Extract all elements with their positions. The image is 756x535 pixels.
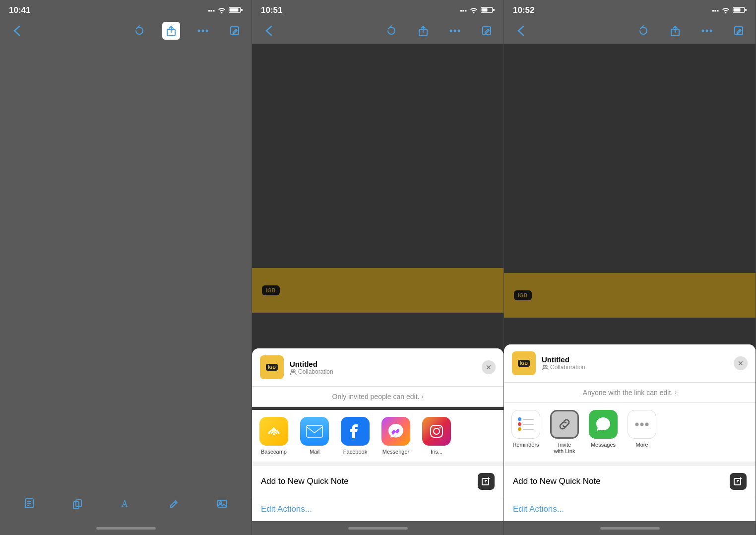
reminders-label: Reminders	[512, 442, 539, 448]
basecamp-label: Basecamp	[261, 449, 287, 455]
share-sheet-inner-3: iGB Untitled Collaboration ✕	[504, 344, 756, 521]
compose-icon-2[interactable]	[478, 22, 496, 40]
back-icon-2[interactable]	[260, 22, 278, 40]
more-icon-2[interactable]	[446, 22, 464, 40]
svg-point-5	[202, 30, 204, 32]
wifi-icon-2	[469, 6, 478, 15]
share-doc-thumb-2: iGB	[260, 355, 284, 379]
basecamp-icon	[259, 417, 288, 446]
home-bar-1	[96, 527, 156, 530]
bottom-toolbar-1: A	[0, 487, 252, 521]
more-icon-1[interactable]	[194, 22, 212, 40]
refresh-icon-2[interactable]	[382, 22, 400, 40]
collab-app-more[interactable]: More	[625, 410, 659, 455]
share-sheet-2: iGB Untitled Collaboration ✕	[252, 44, 504, 521]
collab-app-messages[interactable]: Messages	[586, 410, 620, 455]
home-indicator-1	[0, 521, 252, 535]
permission-text-2: Only invited people can edit.	[332, 393, 420, 401]
home-indicator-3	[504, 521, 756, 535]
svg-rect-26	[307, 425, 322, 437]
collab-app-reminders[interactable]: Reminders	[509, 410, 543, 455]
share-icon-3[interactable]	[666, 22, 684, 40]
svg-point-36	[706, 30, 708, 32]
content-area-3: iGB iGB Untitled Collaboration	[504, 44, 756, 521]
home-indicator-2	[252, 521, 504, 535]
messages-label: Messages	[591, 442, 616, 448]
nav-center-1	[130, 22, 244, 40]
back-icon-3[interactable]	[512, 22, 530, 40]
invite-link-label: Invitewith Link	[554, 442, 575, 455]
gallery-icon[interactable]	[212, 493, 232, 513]
action-quick-note-icon-3	[730, 473, 747, 490]
close-button-3[interactable]: ✕	[734, 356, 748, 370]
share-icon-1-highlighted[interactable]	[162, 22, 180, 40]
permission-text-3: Anyone with the link can edit.	[583, 389, 673, 397]
apps-row-2: Basecamp Mail Facebook	[252, 410, 504, 462]
facebook-icon	[341, 417, 370, 446]
app-instagram[interactable]: Ins...	[420, 417, 453, 455]
font-icon[interactable]: A	[116, 493, 135, 513]
chevron-icon-2: ›	[421, 393, 423, 400]
messenger-icon	[381, 417, 410, 446]
share-doc-title-3: Untitled	[542, 355, 585, 364]
markup-icon[interactable]	[164, 493, 184, 513]
svg-point-41	[635, 422, 639, 426]
svg-rect-32	[734, 8, 741, 11]
svg-point-4	[198, 30, 200, 32]
home-bar-3	[600, 527, 660, 530]
share-doc-info-2: Untitled Collaboration	[290, 360, 333, 375]
refresh-icon-1[interactable]	[130, 22, 148, 40]
svg-point-25	[273, 433, 275, 435]
svg-rect-27	[431, 425, 442, 437]
battery-icon-3	[733, 6, 747, 15]
action-quick-note-label-2: Add to New Quick Note	[261, 476, 349, 486]
share-header-left-3: iGB Untitled Collaboration	[512, 351, 585, 375]
note-icon[interactable]	[19, 493, 39, 513]
signal-icon-3: ▪▪▪	[712, 7, 719, 14]
signal-icon: ▪▪▪	[208, 7, 215, 14]
compose-icon-3[interactable]	[730, 22, 748, 40]
more-icon-3[interactable]	[698, 22, 716, 40]
svg-point-29	[440, 427, 441, 429]
copy-icon[interactable]	[67, 493, 87, 513]
status-bar-1: 10:41 ▪▪▪	[0, 0, 252, 18]
permission-row-2[interactable]: Only invited people can edit. ›	[252, 387, 504, 407]
refresh-icon-3[interactable]	[634, 22, 652, 40]
edit-actions-button-3[interactable]: Edit Actions...	[504, 497, 756, 521]
svg-text:A: A	[122, 499, 128, 509]
share-doc-thumb-3: iGB	[512, 351, 536, 375]
action-quick-note-3[interactable]: Add to New Quick Note	[504, 466, 756, 497]
messenger-label: Messenger	[382, 449, 409, 455]
back-icon-1[interactable]	[8, 22, 26, 40]
share-header-3: iGB Untitled Collaboration ✕	[504, 344, 756, 383]
share-doc-info-3: Untitled Collaboration	[542, 355, 585, 371]
close-button-2[interactable]: ✕	[482, 360, 496, 374]
edit-actions-button-2[interactable]: Edit Actions...	[252, 497, 504, 521]
app-mail[interactable]: Mail	[298, 417, 331, 455]
collab-app-invite-link[interactable]: Invitewith Link	[548, 410, 581, 455]
share-doc-subtitle-3: Collaboration	[550, 364, 585, 371]
more-label: More	[635, 442, 648, 448]
permission-row-3[interactable]: Anyone with the link can edit. ›	[504, 383, 756, 403]
app-basecamp[interactable]: Basecamp	[257, 417, 291, 455]
svg-point-37	[710, 30, 712, 32]
status-icons-2: ▪▪▪	[460, 6, 495, 15]
actions-list-3: Add to New Quick Note Edit Actions...	[504, 466, 756, 521]
igb-badge-3: iGB	[518, 360, 530, 367]
reminders-icon	[511, 410, 540, 439]
compose-icon-1[interactable]	[226, 22, 244, 40]
invite-link-icon	[550, 410, 579, 439]
status-time-1: 10:41	[9, 5, 30, 15]
app-messenger[interactable]: Messenger	[379, 417, 413, 455]
nav-bar-3	[504, 18, 756, 44]
panel-2: 10:51 ▪▪▪	[252, 0, 504, 535]
status-bar-2: 10:51 ▪▪▪	[252, 0, 504, 18]
app-facebook[interactable]: Facebook	[338, 417, 372, 455]
share-sheet-3: iGB Untitled Collaboration ✕	[504, 44, 756, 521]
instagram-icon	[422, 417, 451, 446]
action-quick-note-2[interactable]: Add to New Quick Note	[252, 466, 504, 497]
share-icon-2[interactable]	[414, 22, 432, 40]
share-header-left-2: iGB Untitled Collaboration	[260, 355, 333, 379]
svg-rect-16	[493, 9, 495, 11]
home-bar-2	[348, 527, 408, 530]
